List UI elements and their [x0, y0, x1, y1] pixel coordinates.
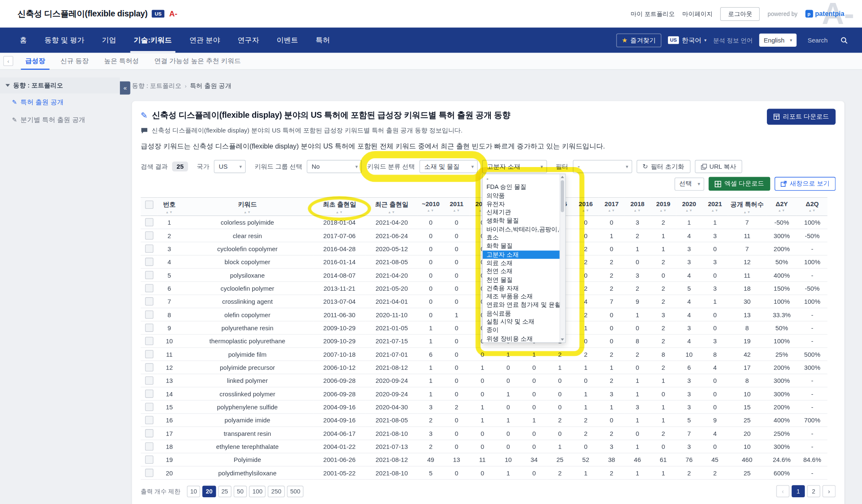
nav-item-8[interactable]: 특허	[307, 27, 339, 53]
keyword-cell[interactable]: thermoplastic polyurethane	[181, 334, 313, 347]
dropdown-option-19[interactable]: 종이	[482, 326, 560, 334]
keyword-cell[interactable]: linked polymer	[181, 374, 313, 387]
copy-url-button[interactable]: URL 복사	[694, 160, 742, 173]
dropdown-option-11[interactable]: 의료 소재	[482, 259, 560, 267]
keyword-cell[interactable]: block copolymer	[181, 255, 313, 268]
subnav-tab-2[interactable]: 신규 등장	[53, 53, 96, 69]
keyword-cell[interactable]: polyurethane resin	[181, 321, 313, 334]
dropdown-option-9[interactable]: 화학 물질	[482, 242, 560, 250]
nav-item-5[interactable]: 연관 분야	[181, 27, 229, 53]
dropdown-option-5[interactable]: 신체기관	[482, 208, 560, 217]
subnav-tab-4[interactable]: 연결 가능성 높은 추천 키워드	[146, 53, 248, 69]
page-button-2[interactable]: 2	[807, 485, 820, 497]
row-checkbox[interactable]	[145, 350, 153, 358]
row-checkbox[interactable]	[145, 442, 153, 451]
keyword-subcategory-select[interactable]: 고분자 소재	[482, 160, 547, 173]
keyword-group-select[interactable]: No	[307, 160, 362, 173]
sort-icon[interactable]: ▲▼	[767, 209, 796, 212]
limit-option-100[interactable]: 100	[249, 485, 266, 497]
sort-icon[interactable]: ▲▼	[183, 210, 312, 214]
row-checkbox[interactable]	[145, 231, 153, 240]
search-input[interactable]	[806, 36, 837, 44]
row-checkbox[interactable]	[145, 310, 153, 319]
keyword-cell[interactable]: polydimethylsiloxane	[181, 466, 313, 479]
column-header-13[interactable]: 2018▲▼	[625, 198, 650, 216]
dropdown-option-4[interactable]: 유전자	[482, 200, 560, 208]
dropdown-option-16[interactable]: 연료와 연료 첨가제 및 윤활유	[482, 301, 560, 309]
keyword-cell[interactable]: clear resin	[181, 229, 313, 242]
row-checkbox[interactable]	[145, 390, 153, 398]
subnav-tab-1[interactable]: 급성장	[18, 53, 53, 69]
my-page-link[interactable]: 마이페이지	[682, 10, 713, 18]
keyword-cell[interactable]: ethylene terephthalate	[181, 440, 313, 453]
dropdown-option-8[interactable]: 효소	[482, 233, 560, 242]
column-header-2[interactable]: 키워드▲▼	[181, 198, 313, 216]
keyword-cell[interactable]: colorless polyimide	[181, 216, 313, 229]
nav-item-1[interactable]: 홈	[11, 27, 36, 53]
column-header-12[interactable]: 2017▲▼	[599, 198, 624, 216]
limit-option-10[interactable]: 10	[187, 485, 200, 497]
next-page-button[interactable]: ›	[822, 485, 835, 497]
dropdown-option-12[interactable]: 천연 소재	[482, 267, 560, 276]
collapse-left-icon[interactable]: ‹	[3, 56, 13, 66]
sort-icon[interactable]: ▲▼	[314, 210, 364, 214]
keyword-cell[interactable]: cycloolefin copolymer	[181, 242, 313, 255]
sort-icon[interactable]: ▲▼	[419, 209, 442, 212]
row-checkbox[interactable]	[145, 469, 153, 477]
limit-option-25[interactable]: 25	[218, 485, 231, 497]
column-header-15[interactable]: 2020▲▼	[676, 198, 702, 216]
column-header-4[interactable]: 최근 출현일▲▼	[366, 198, 418, 216]
search-icon[interactable]	[841, 37, 848, 44]
select-all-checkbox[interactable]	[145, 201, 153, 209]
limit-option-250[interactable]: 250	[268, 485, 285, 497]
row-checkbox[interactable]	[145, 324, 153, 332]
row-checkbox[interactable]	[145, 337, 153, 345]
limit-option-500[interactable]: 500	[287, 485, 304, 497]
keyword-cell[interactable]: crosslinking agent	[181, 295, 313, 308]
sort-icon[interactable]: ▲▼	[677, 209, 701, 212]
scroll-up-icon[interactable]	[561, 176, 564, 178]
scroll-down-icon[interactable]	[561, 339, 564, 341]
my-portfolio-link[interactable]: 마이 포트폴리오	[631, 10, 675, 18]
dropdown-option-2[interactable]: FDA 승인 물질	[482, 183, 560, 191]
column-header-11[interactable]: 2016▲▼	[573, 198, 599, 216]
column-header-17[interactable]: 공개 특허수▲▼	[728, 198, 766, 216]
row-checkbox[interactable]	[145, 377, 153, 385]
column-header-19[interactable]: Δ2Q▲▼	[797, 198, 827, 216]
column-header-6[interactable]: 2011▲▼	[444, 198, 469, 216]
open-new-window-button[interactable]: 새창으로 보기	[774, 177, 835, 191]
column-header-18[interactable]: Δ2Y▲▼	[766, 198, 797, 216]
subnav-tab-3[interactable]: 높은 특허성	[96, 53, 146, 69]
report-download-button[interactable]: 리포트 다운로드	[767, 109, 835, 125]
dropdown-option-6[interactable]: 생화학 물질	[482, 217, 560, 225]
country-select[interactable]: US	[214, 160, 246, 173]
keyword-cell[interactable]: polyphenylene sulfide	[181, 401, 313, 414]
keyword-cell[interactable]: polyimide precursor	[181, 361, 313, 374]
row-checkbox[interactable]	[145, 284, 153, 292]
prev-page-button[interactable]: ‹	[776, 485, 789, 497]
sidebar-item-1[interactable]: ✎특허 출원 공개	[0, 93, 120, 111]
row-checkbox[interactable]	[145, 297, 153, 306]
analysis-language-select[interactable]: English ▾	[759, 34, 796, 47]
site-language-select[interactable]: US 한국어 ▾	[668, 35, 706, 45]
sort-icon[interactable]: ▲▼	[729, 210, 765, 214]
sort-icon[interactable]: ▲▼	[600, 209, 623, 212]
favorites-button[interactable]: ★ 즐겨찾기	[616, 33, 661, 47]
sort-icon[interactable]: ▲▼	[445, 209, 468, 212]
sort-icon[interactable]: ▲▼	[798, 209, 826, 212]
dropdown-scrollbar[interactable]	[559, 174, 565, 342]
keyword-cell[interactable]: crosslinked polymer	[181, 387, 313, 400]
dropdown-option-18[interactable]: 실험 시약 및 소재	[482, 318, 560, 326]
sidebar-header[interactable]: 동향 : 포트폴리오	[0, 77, 120, 93]
sort-icon[interactable]: ▲▼	[574, 209, 598, 212]
column-header-5[interactable]: ~2010▲▼	[418, 198, 444, 216]
dropdown-option-17[interactable]: 음식료품	[482, 309, 560, 318]
dropdown-option-14[interactable]: 건축용 자재	[482, 284, 560, 292]
sort-icon[interactable]: ▲▼	[158, 210, 180, 214]
keyword-cell[interactable]: polyimide film	[181, 347, 313, 361]
row-checkbox[interactable]	[145, 218, 153, 227]
nav-item-2[interactable]: 동향 및 평가	[36, 27, 93, 53]
nav-item-7[interactable]: 이벤트	[268, 27, 307, 53]
keyword-cell[interactable]: polyamide imide	[181, 414, 313, 427]
column-header-14[interactable]: 2019▲▼	[650, 198, 676, 216]
